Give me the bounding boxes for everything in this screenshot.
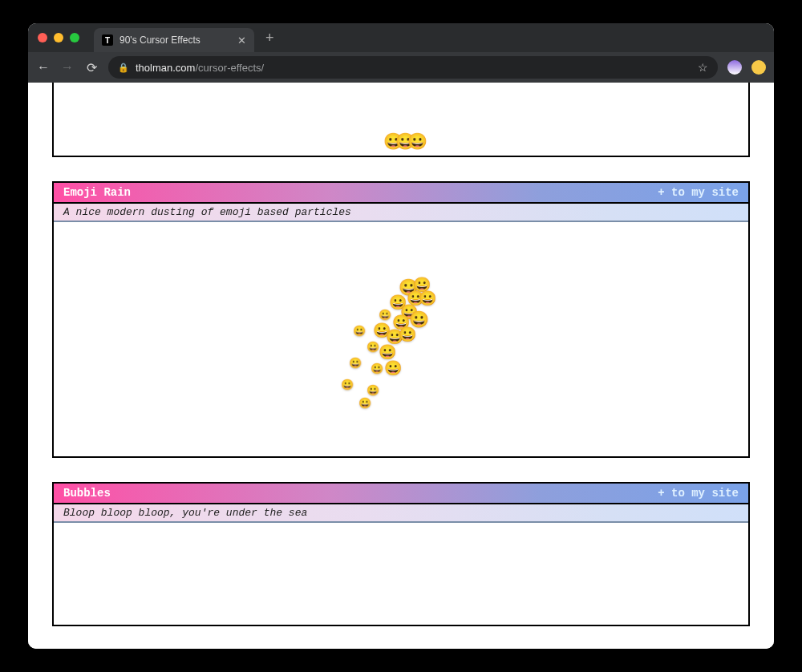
emoji-particle: 😀 (379, 310, 391, 320)
card-header: Bubbles + to my site (54, 484, 748, 504)
url-domain: tholman.com (136, 62, 195, 74)
emoji-particle: 😀 (399, 327, 416, 342)
emoji-particle-cluster: 😀😀😀 (383, 132, 419, 151)
lock-icon: 🔒 (118, 63, 129, 73)
card-header: Emoji Rain + to my site (54, 183, 748, 204)
extension-icon[interactable] (727, 60, 742, 75)
window-controls (38, 33, 79, 43)
demo-card-previous[interactable]: 😀😀😀 (52, 83, 750, 157)
profile-avatar-icon[interactable] (751, 60, 766, 75)
new-tab-button[interactable]: + (265, 30, 274, 47)
emoji-particle: 😀 (409, 311, 429, 327)
card-title: Bubbles (63, 487, 111, 500)
emoji-particle: 😀 (367, 385, 379, 395)
page-content: 😀😀😀 Emoji Rain + to my site A nice moder… (28, 83, 774, 626)
add-to-site-link[interactable]: + to my site (658, 487, 739, 500)
emoji-particle: 😀 (341, 379, 354, 390)
emoji-particle: 😀 (358, 398, 371, 408)
address-bar[interactable]: 🔒 tholman.com/cursor-effects/ ☆ (108, 56, 718, 79)
toolbar: ← → ⟳ 🔒 tholman.com/cursor-effects/ ☆ (28, 52, 774, 83)
emoji-particle: 😀 (349, 358, 362, 368)
tab-title: 90's Cursor Effects (119, 34, 200, 46)
add-to-site-link[interactable]: + to my site (658, 186, 739, 199)
back-button[interactable]: ← (36, 60, 51, 75)
demo-card-emoji-rain[interactable]: Emoji Rain + to my site A nice modern du… (52, 181, 750, 458)
emoji-particle: 😀 (384, 361, 402, 375)
close-window-button[interactable] (38, 33, 47, 43)
emoji-particle: 😀 (367, 342, 379, 352)
maximize-window-button[interactable] (70, 33, 79, 43)
page-viewport: 😀😀😀 Emoji Rain + to my site A nice moder… (28, 83, 774, 649)
close-tab-button[interactable]: ✕ (237, 34, 246, 47)
reload-button[interactable]: ⟳ (84, 60, 99, 75)
titlebar: T 90's Cursor Effects ✕ + (28, 23, 774, 52)
forward-button[interactable]: → (60, 60, 75, 75)
emoji-particle: 😀 (419, 291, 436, 306)
card-description: A nice modern dusting of emoji based par… (54, 204, 748, 222)
browser-window: T 90's Cursor Effects ✕ + ← → ⟳ 🔒 tholma… (28, 23, 774, 649)
emoji-particle: 😀 (353, 326, 366, 336)
browser-tab[interactable]: T 90's Cursor Effects ✕ (94, 28, 254, 52)
demo-card-bubbles[interactable]: Bubbles + to my site Bloop bloop bloop, … (52, 482, 750, 626)
card-title: Emoji Rain (63, 186, 131, 199)
url-path: /cursor-effects/ (195, 62, 264, 74)
bookmark-star-icon[interactable]: ☆ (698, 61, 708, 74)
minimize-window-button[interactable] (54, 33, 63, 43)
favicon-icon: T (102, 34, 113, 46)
emoji-particle: 😀 (371, 363, 383, 374)
card-description: Bloop bloop bloop, you're under the sea (54, 504, 748, 523)
emoji-particle: 😀 (379, 345, 396, 359)
